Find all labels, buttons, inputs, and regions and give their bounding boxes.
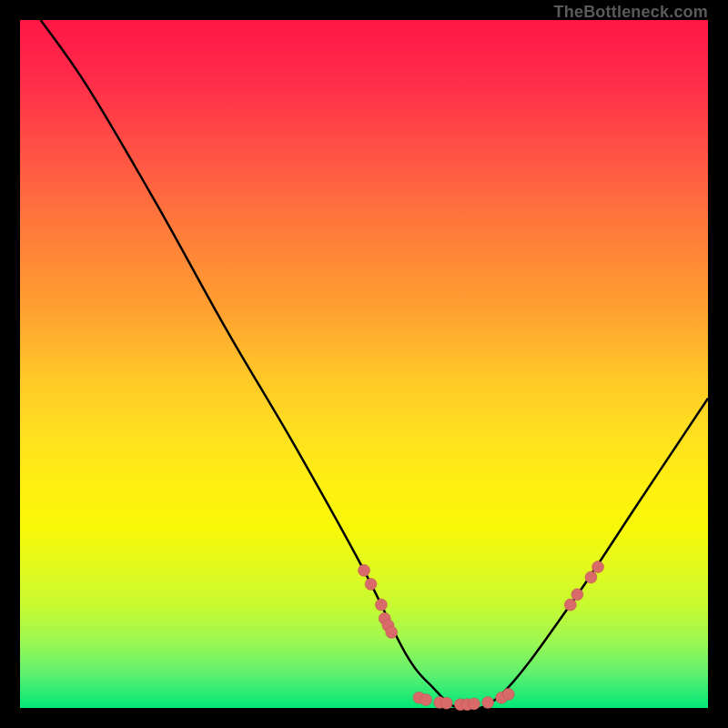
watermark-text: TheBottleneck.com — [554, 3, 708, 22]
data-point — [386, 626, 398, 638]
data-points-group — [359, 561, 604, 711]
data-point — [564, 599, 576, 611]
data-point — [502, 688, 514, 700]
data-point — [468, 698, 480, 710]
chart-svg — [20, 20, 708, 708]
data-point — [440, 697, 452, 709]
chart-plot-area — [20, 20, 708, 708]
data-point — [375, 599, 387, 611]
data-point — [482, 696, 494, 708]
data-point — [365, 578, 377, 590]
data-point — [592, 561, 604, 573]
data-point — [585, 571, 597, 583]
bottleneck-curve — [41, 20, 708, 709]
data-point — [359, 564, 370, 576]
data-point — [420, 693, 432, 705]
data-point — [571, 589, 583, 601]
